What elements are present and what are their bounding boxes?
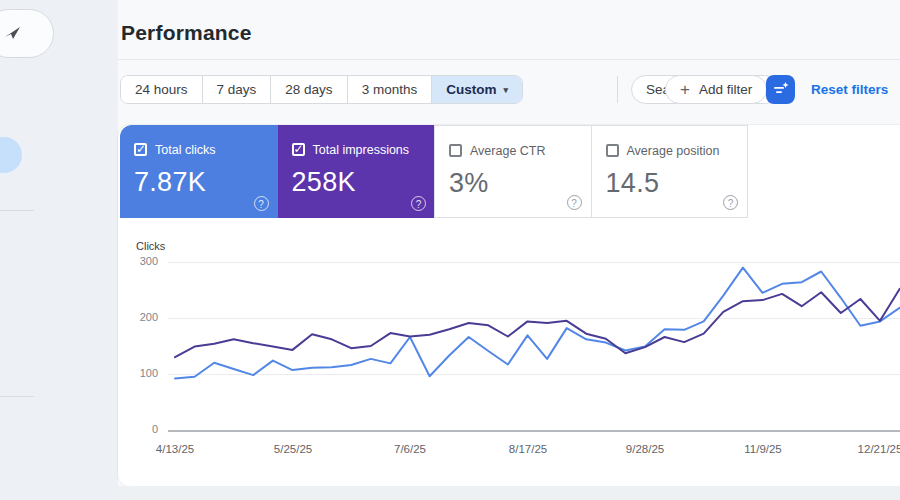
date-range-3-months[interactable]: 3 months bbox=[347, 76, 432, 103]
check-icon: ✓ bbox=[136, 142, 146, 156]
date-range-custom-label: Custom bbox=[446, 82, 496, 97]
metric-value: 7.87K bbox=[134, 167, 270, 198]
date-range-7-days[interactable]: 7 days bbox=[202, 76, 271, 103]
chevron-down-icon: ▾ bbox=[503, 85, 508, 95]
metric-label: Total impressions bbox=[313, 143, 410, 157]
date-range-segmented-control: 24 hours 7 days 28 days 3 months Custom … bbox=[120, 75, 523, 104]
checkbox-average-position[interactable]: ✓ bbox=[606, 144, 619, 157]
filter-tune-button[interactable] bbox=[766, 75, 795, 104]
plus-icon: + bbox=[680, 80, 690, 100]
metric-label: Total clicks bbox=[155, 143, 215, 157]
metric-card-total-impressions[interactable]: ✓Total impressions 258K ? bbox=[278, 125, 436, 218]
x-tick-5: 11/9/25 bbox=[744, 443, 782, 455]
arrow-icon bbox=[5, 26, 21, 40]
help-icon[interactable]: ? bbox=[254, 196, 269, 211]
header-divider bbox=[118, 59, 900, 60]
page-title: Performance bbox=[121, 21, 252, 45]
filter-toolbar: 24 hours 7 days 28 days 3 months Custom … bbox=[120, 75, 900, 103]
metric-value: 3% bbox=[449, 168, 583, 199]
add-filter-button[interactable]: + Add filter bbox=[665, 75, 767, 104]
search-console-performance-page: { "page": { "title": "Performance" }, "i… bbox=[0, 0, 900, 500]
add-filter-label: Add filter bbox=[699, 82, 752, 97]
date-range-28-days[interactable]: 28 days bbox=[270, 76, 346, 103]
help-icon[interactable]: ? bbox=[723, 195, 738, 210]
x-tick-0: 4/13/25 bbox=[156, 443, 194, 455]
checkbox-average-ctr[interactable]: ✓ bbox=[449, 144, 462, 157]
tune-filter-icon bbox=[773, 82, 789, 97]
help-icon[interactable]: ? bbox=[567, 195, 582, 210]
page-bottom-background bbox=[118, 486, 900, 500]
metric-card-average-position[interactable]: ✓Average position 14.5 ? bbox=[591, 125, 749, 218]
reset-filters-link[interactable]: Reset filters bbox=[811, 82, 888, 97]
x-tick-2: 7/6/25 bbox=[394, 443, 426, 455]
sidebar-circle-button[interactable] bbox=[0, 9, 54, 58]
x-tick-4: 9/28/25 bbox=[626, 443, 664, 455]
x-tick-6: 12/21/25 bbox=[858, 443, 900, 455]
metric-cards-row: ✓Total clicks 7.87K ? ✓Total impressions… bbox=[120, 125, 748, 218]
metric-value: 258K bbox=[292, 167, 428, 198]
date-range-24-hours[interactable]: 24 hours bbox=[121, 76, 202, 103]
sidebar bbox=[0, 0, 118, 500]
metric-card-total-clicks[interactable]: ✓Total clicks 7.87K ? bbox=[120, 125, 278, 218]
metric-value: 14.5 bbox=[606, 168, 740, 199]
performance-line-chart[interactable] bbox=[120, 250, 900, 442]
date-range-custom[interactable]: Custom ▾ bbox=[431, 76, 522, 103]
check-icon: ✓ bbox=[294, 142, 304, 156]
toolbar-separator bbox=[617, 76, 618, 103]
x-tick-1: 5/25/25 bbox=[274, 443, 312, 455]
metric-label: Average CTR bbox=[470, 144, 546, 158]
x-tick-3: 8/17/25 bbox=[509, 443, 547, 455]
sidebar-divider bbox=[0, 210, 34, 211]
checkbox-total-impressions[interactable]: ✓ bbox=[292, 143, 305, 156]
metric-card-average-ctr[interactable]: ✓Average CTR 3% ? bbox=[434, 125, 592, 218]
sidebar-divider bbox=[0, 396, 34, 397]
sidebar-active-item-highlight[interactable] bbox=[0, 137, 22, 173]
help-icon[interactable]: ? bbox=[411, 196, 426, 211]
checkbox-total-clicks[interactable]: ✓ bbox=[134, 143, 147, 156]
metric-label: Average position bbox=[627, 144, 720, 158]
